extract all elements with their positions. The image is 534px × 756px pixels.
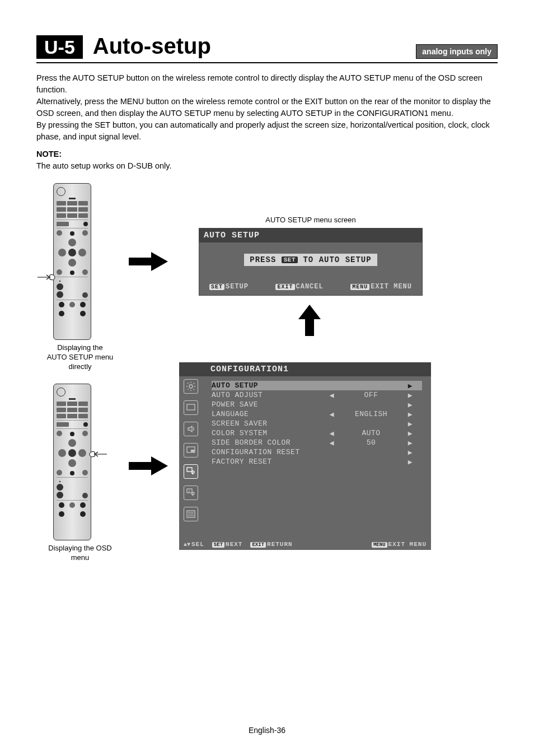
svg-rect-12 — [187, 468, 192, 472]
svg-line-5 — [188, 383, 189, 384]
remote1-caption: Displaying the AUTO SETUP menu directly — [46, 343, 114, 372]
footer-menu: MENUEXIT MENU — [350, 283, 412, 291]
menu-row: POWER SAVE▶ — [212, 400, 422, 409]
arrow-right-icon — [126, 248, 171, 276]
menu-row-value: ▶ — [329, 458, 413, 466]
pointer-icon — [88, 449, 108, 461]
footer-exit: EXITCANCEL — [275, 283, 323, 291]
menu-row-value: ▶ — [329, 400, 413, 409]
tools1-icon — [184, 464, 198, 479]
remote-figure-1: ▲ — [53, 183, 91, 340]
remote-control-icon: ▲ — [53, 384, 91, 540]
audio-icon — [184, 422, 198, 436]
menu-row-value: ◀AUTO▶ — [329, 429, 413, 438]
menu-row-value: ◀ENGLISH▶ — [329, 410, 413, 419]
svg-line-6 — [194, 389, 195, 390]
footer-set: SETSETUP — [209, 283, 249, 291]
menu-row-value: ▶ — [329, 381, 413, 390]
exit-key-icon: EXIT — [275, 284, 294, 290]
svg-rect-11 — [191, 450, 194, 452]
menu-row: FACTORY RESET▶ — [212, 457, 422, 466]
menu-row-label: FACTORY RESET — [212, 458, 329, 466]
menu-row-value: ◀50▶ — [329, 438, 413, 447]
menu-row-label: SCREEN SAVER — [212, 419, 329, 428]
paragraph: Press the AUTO SETUP button on the wirel… — [36, 72, 498, 96]
osd-side-icons: 2 — [182, 379, 199, 521]
osd-config1-screen: CONFIGURATION1 2 AUTO SETUP▶AUTO ADJUST◀… — [179, 362, 431, 550]
menu-row-value: ▶ — [329, 448, 413, 457]
svg-line-8 — [194, 383, 195, 384]
note-label: NOTE: — [36, 148, 498, 160]
osd-title: AUTO SETUP — [199, 228, 422, 242]
menu-row-label: POWER SAVE — [212, 400, 329, 409]
svg-line-7 — [188, 389, 189, 390]
footer-exitmenu: MENUEXIT MENU — [372, 541, 427, 548]
svg-rect-9 — [187, 404, 195, 410]
screen-icon — [184, 400, 198, 415]
menu-row: SCREEN SAVER▶ — [212, 419, 422, 428]
diagram: ▲ Displaying the AUTO SETUP menu directl… — [36, 183, 498, 564]
footer-return: EXITRETURN — [250, 541, 292, 548]
footer-exit-label: CANCEL — [296, 283, 324, 291]
pointer-icon — [36, 272, 57, 284]
remote2-caption: Displaying the OSD menu — [46, 544, 114, 563]
hint-post: TO AUTO SETUP — [298, 255, 372, 264]
osd-menu-list: AUTO SETUP▶AUTO ADJUST◀OFF▶POWER SAVE▶LA… — [206, 376, 431, 517]
menu-row: AUTO ADJUST◀OFF▶ — [212, 390, 422, 400]
options-icon — [184, 507, 198, 521]
menu-row-label: COLOR SYSTEM — [212, 429, 329, 437]
tools2-icon: 2 — [184, 486, 198, 500]
menu-row-label: AUTO SETUP — [212, 381, 329, 390]
svg-point-0 — [189, 385, 193, 388]
svg-text:2: 2 — [188, 489, 190, 493]
set-key-icon: SET — [212, 542, 224, 548]
osd-autosetup-screen: AUTO SETUP PRESS SET TO AUTO SETUP SETSE… — [199, 228, 423, 296]
header: U-5 Auto-setup analog inputs only — [36, 34, 498, 63]
menu-row: COLOR SYSTEM◀AUTO▶ — [212, 428, 422, 438]
note-body: The auto setup works on D-SUB only. — [36, 160, 498, 172]
arrow-up-icon — [296, 304, 324, 337]
menu-row-value: ▶ — [329, 419, 413, 428]
body-text: Press the AUTO SETUP button on the wirel… — [36, 72, 498, 172]
footer-menu-label: EXIT MENU — [371, 283, 412, 291]
menu-row: CONFIGURATION RESET▶ — [212, 447, 422, 457]
menu-row: AUTO SETUP▶ — [212, 381, 422, 390]
menu-row-label: CONFIGURATION RESET — [212, 448, 329, 456]
set-key-icon: SET — [209, 284, 224, 290]
osd-small-caption: AUTO SETUP menu screen — [249, 216, 372, 225]
pip-icon — [184, 443, 198, 458]
section-number: U-5 — [36, 35, 83, 59]
set-key-icon: SET — [282, 256, 298, 263]
arrow-right-icon — [126, 452, 171, 480]
osd-title: CONFIGURATION1 — [179, 362, 431, 376]
menu-row-label: SIDE BORDER COLOR — [212, 438, 329, 447]
footer-sel: ▲▼SEL — [184, 541, 204, 548]
menu-row: SIDE BORDER COLOR◀50▶ — [212, 438, 422, 447]
osd-footer: ▲▼SEL SETNEXT EXITRETURN MENUEXIT MENU — [184, 541, 427, 548]
paragraph: Alternatively, press the MENU button on … — [36, 96, 498, 119]
menu-row-value: ◀OFF▶ — [329, 391, 413, 400]
footer-next: SETNEXT — [212, 541, 243, 548]
menu-row-label: LANGUAGE — [212, 410, 329, 418]
paragraph: By pressing the SET button, you can auto… — [36, 119, 498, 143]
menu-row-label: AUTO ADJUST — [212, 391, 329, 399]
footer-set-label: SETUP — [226, 283, 249, 291]
exit-key-icon: EXIT — [250, 542, 266, 548]
page-title: Auto-setup — [93, 34, 416, 59]
remote-control-icon: ▲ — [53, 183, 91, 340]
page-number: English-36 — [0, 726, 534, 735]
remote-figure-2: ▲ — [53, 384, 91, 540]
brightness-icon — [184, 379, 198, 394]
hint-pre: PRESS — [250, 255, 281, 264]
badge-analog-only: analog inputs only — [416, 44, 498, 59]
menu-row: LANGUAGE◀ENGLISH▶ — [212, 409, 422, 419]
menu-key-icon: MENU — [350, 284, 369, 290]
osd-hint: PRESS SET TO AUTO SETUP — [244, 254, 377, 266]
menu-key-icon: MENU — [372, 542, 387, 548]
